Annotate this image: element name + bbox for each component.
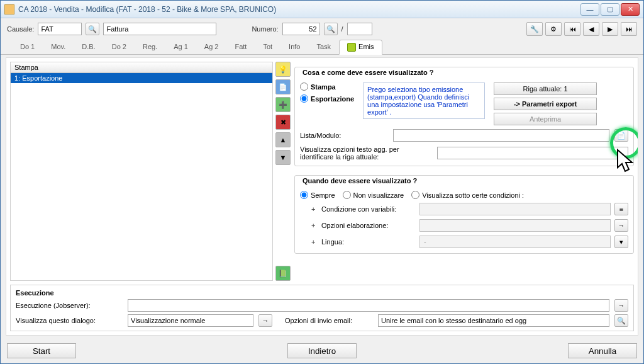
email-lookup-button[interactable]: 🔍	[614, 314, 628, 327]
numero-label: Numero:	[252, 25, 278, 33]
parametri-export-button[interactable]: -> Parametri export	[494, 98, 597, 110]
radio-sempre-label: Sempre	[311, 191, 335, 199]
window-title: CA 2018 - Vendita - Modifica (FAT - 2018…	[18, 5, 580, 14]
email-label: Opzioni di invio email:	[285, 317, 373, 324]
radio-esportazione-label: Esportazione	[311, 95, 354, 103]
footer: Start Indietro Annulla	[1, 338, 643, 363]
numero-separator: /	[341, 25, 343, 33]
delete-icon[interactable]: ✖	[275, 115, 291, 130]
main-area: Stampa 1: Esportazione 💡 📄 ➕ ✖ ▲ ▼ 📗 Cos…	[10, 62, 634, 281]
radio-stampa[interactable]: Stampa	[300, 82, 354, 91]
plus-icon: +	[311, 205, 318, 213]
tool-button-1[interactable]: 🔧	[526, 22, 543, 36]
tab-db[interactable]: D.B.	[74, 40, 103, 55]
down-icon[interactable]: ▼	[275, 150, 291, 165]
titlebar: CA 2018 - Vendita - Modifica (FAT - 2018…	[1, 1, 643, 18]
add-icon[interactable]: ➕	[275, 97, 291, 112]
right-pane: Cosa e come deve essere visualizzato ? S…	[294, 62, 634, 281]
up-icon[interactable]: ▲	[275, 132, 291, 147]
lista-modulo-lookup-button[interactable]: 📄	[614, 129, 628, 142]
when-radios: Sempre Non visualizzare Visualizza sotto…	[300, 191, 628, 199]
tab-tot[interactable]: Tot	[255, 40, 280, 55]
maximize-button[interactable]: ▢	[601, 3, 619, 16]
vertical-toolbar: 💡 📄 ➕ ✖ ▲ ▼ 📗	[275, 62, 292, 281]
condizione-button[interactable]: ≡	[614, 203, 628, 215]
dialog-input[interactable]	[128, 314, 253, 327]
radio-non-visualizzare[interactable]: Non visualizzare	[343, 191, 404, 199]
group-esecuzione: Esecuzione Esecuzione (Jobserver): → Vis…	[10, 285, 634, 331]
plus-icon: +	[311, 222, 318, 229]
lingua-dropdown-button[interactable]: ▾	[614, 236, 628, 248]
group-what-title: Cosa e come deve essere visualizzato ?	[300, 69, 436, 76]
tool-button-2[interactable]: ⚙	[545, 22, 562, 36]
causale-desc-input[interactable]	[103, 23, 216, 35]
nav-last-button[interactable]: ⏭	[621, 22, 637, 36]
email-input[interactable]	[378, 314, 609, 327]
tab-do2[interactable]: Do 2	[104, 40, 135, 55]
tab-ag1[interactable]: Ag 1	[165, 40, 196, 55]
lingua-row: + Lingua: - ▾	[311, 236, 628, 248]
tab-ag2[interactable]: Ag 2	[196, 40, 227, 55]
tab-mov[interactable]: Mov.	[43, 40, 74, 55]
list-row-1[interactable]: 1: Esportazione	[11, 73, 272, 83]
condizione-row: + Condizione con variabili: ≡	[311, 203, 628, 215]
elaborazione-button[interactable]: →	[614, 219, 628, 232]
list-pane[interactable]: Stampa 1: Esportazione	[10, 62, 273, 281]
nav-first-button[interactable]: ⏮	[564, 22, 580, 36]
causale-lookup-button[interactable]: 🔍	[86, 23, 99, 35]
start-button[interactable]: Start	[7, 343, 76, 358]
what-radios: Stampa Esportazione	[300, 82, 354, 103]
commit-icon[interactable]: 📗	[275, 266, 291, 281]
jobserver-button[interactable]: →	[614, 299, 628, 312]
radio-condizioni[interactable]: Visualizza sotto certe condizioni :	[411, 191, 524, 199]
tab-reg[interactable]: Reg.	[135, 40, 165, 55]
radio-stampa-label: Stampa	[311, 83, 336, 91]
numero-input[interactable]	[282, 23, 320, 35]
elaborazione-label: Opzioni elaborazione:	[321, 222, 416, 229]
nav-buttons: 🔧 ⚙ ⏮ ◀ ▶ ⏭	[526, 22, 637, 36]
plus-icon: +	[311, 238, 318, 246]
numero-suffix-input[interactable]	[347, 23, 372, 35]
riga-attuale-display: Riga attuale: 1	[494, 82, 597, 95]
condizione-field	[419, 203, 611, 215]
radio-esportazione[interactable]: Esportazione	[300, 94, 354, 103]
help-text: Prego seleziona tipo emissione (stampa,e…	[363, 82, 485, 119]
new-icon[interactable]: 📄	[275, 79, 291, 94]
lingua-field: -	[419, 236, 611, 248]
group-when-title: Quando deve essere visualizzato ?	[300, 177, 419, 185]
jobserver-label: Esecuzione (Jobserver):	[16, 302, 123, 309]
tab-info[interactable]: Info	[280, 40, 308, 55]
anteprima-button[interactable]: Anteprima	[494, 113, 597, 125]
lista-modulo-input[interactable]	[393, 129, 609, 142]
window-controls: — ▢ ✕	[580, 3, 640, 16]
nav-prev-button[interactable]: ◀	[583, 22, 599, 36]
right-buttons: Riga attuale: 1 -> Parametri export Ante…	[494, 82, 597, 125]
radio-non-visualizzare-label: Non visualizzare	[353, 191, 404, 199]
opzioni-testo-input[interactable]	[437, 147, 628, 159]
minimize-button[interactable]: —	[580, 3, 599, 16]
dialog-button[interactable]: →	[258, 314, 272, 327]
list-header: Stampa	[11, 62, 272, 73]
tab-do1[interactable]: Do 1	[12, 40, 43, 55]
tab-task[interactable]: Task	[308, 40, 339, 55]
jobserver-input[interactable]	[128, 299, 609, 312]
lightbulb-icon[interactable]: 💡	[275, 62, 291, 77]
nav-next-button[interactable]: ▶	[602, 22, 618, 36]
numero-lookup-button[interactable]: 🔍	[324, 23, 338, 35]
radio-sempre[interactable]: Sempre	[300, 191, 335, 199]
group-when: Quando deve essere visualizzato ? Sempre…	[294, 175, 634, 254]
what-row: Stampa Esportazione Prego seleziona tipo…	[300, 82, 628, 125]
causale-code-input[interactable]	[38, 23, 82, 35]
tab-fatt[interactable]: Fatt	[226, 40, 255, 55]
tab-emis[interactable]: Emis	[339, 40, 382, 55]
annulla-button[interactable]: Annulla	[568, 343, 637, 358]
content-area: Stampa 1: Esportazione 💡 📄 ➕ ✖ ▲ ▼ 📗 Cos…	[6, 57, 638, 336]
elaborazione-field	[419, 219, 611, 232]
tab-bar: Do 1 Mov. D.B. Do 2 Reg. Ag 1 Ag 2 Fatt …	[1, 40, 643, 55]
app-window: CA 2018 - Vendita - Modifica (FAT - 2018…	[0, 0, 644, 364]
close-button[interactable]: ✕	[621, 3, 640, 16]
dialog-label: Visualizza questo dialogo:	[16, 317, 123, 324]
indietro-button[interactable]: Indietro	[287, 343, 357, 358]
lista-modulo-label: Lista/Modulo:	[300, 132, 388, 139]
condizione-label: Condizione con variabili:	[321, 205, 416, 213]
